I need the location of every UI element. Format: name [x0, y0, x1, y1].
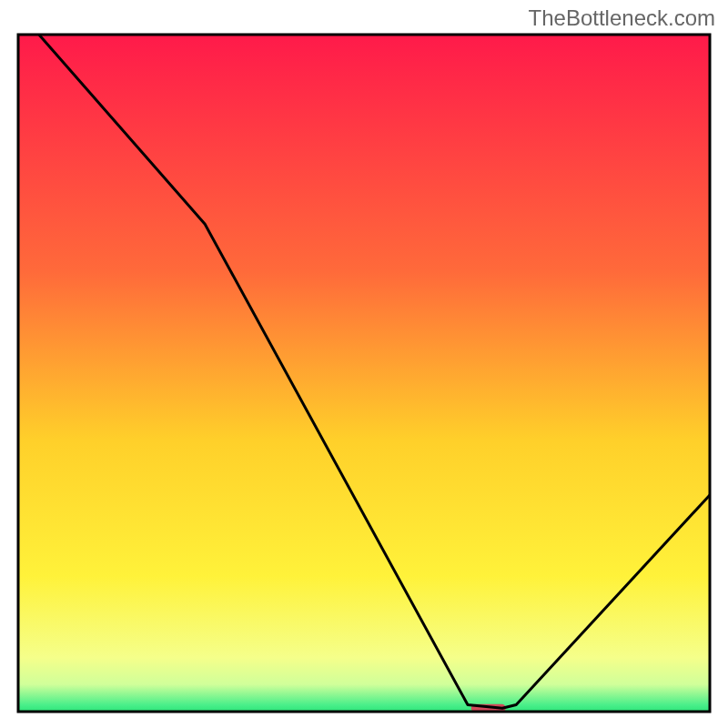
watermark-text: TheBottleneck.com — [529, 5, 715, 31]
gradient-background — [18, 35, 710, 712]
plot-area — [18, 35, 710, 713]
chart-container: TheBottleneck.com — [0, 0, 728, 728]
chart-svg — [0, 0, 728, 728]
